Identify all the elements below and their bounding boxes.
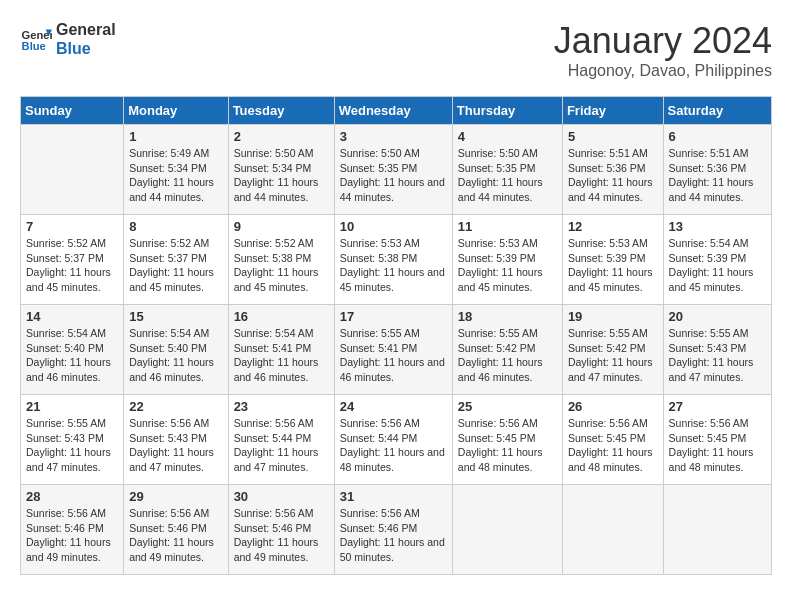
day-info: Sunrise: 5:56 AMSunset: 5:46 PMDaylight:… bbox=[129, 506, 222, 565]
calendar-cell: 14Sunrise: 5:54 AMSunset: 5:40 PMDayligh… bbox=[21, 305, 124, 395]
calendar-week-row: 14Sunrise: 5:54 AMSunset: 5:40 PMDayligh… bbox=[21, 305, 772, 395]
calendar-cell: 21Sunrise: 5:55 AMSunset: 5:43 PMDayligh… bbox=[21, 395, 124, 485]
day-number: 29 bbox=[129, 489, 222, 504]
day-number: 1 bbox=[129, 129, 222, 144]
day-number: 3 bbox=[340, 129, 447, 144]
day-number: 31 bbox=[340, 489, 447, 504]
day-info: Sunrise: 5:52 AMSunset: 5:38 PMDaylight:… bbox=[234, 236, 329, 295]
calendar-cell: 2Sunrise: 5:50 AMSunset: 5:34 PMDaylight… bbox=[228, 125, 334, 215]
day-number: 10 bbox=[340, 219, 447, 234]
weekday-header: Tuesday bbox=[228, 97, 334, 125]
weekday-header: Monday bbox=[124, 97, 228, 125]
day-info: Sunrise: 5:54 AMSunset: 5:40 PMDaylight:… bbox=[26, 326, 118, 385]
page-header: General Blue General Blue January 2024 H… bbox=[20, 20, 772, 80]
calendar-cell: 6Sunrise: 5:51 AMSunset: 5:36 PMDaylight… bbox=[663, 125, 771, 215]
day-info: Sunrise: 5:53 AMSunset: 5:38 PMDaylight:… bbox=[340, 236, 447, 295]
day-number: 8 bbox=[129, 219, 222, 234]
day-info: Sunrise: 5:56 AMSunset: 5:45 PMDaylight:… bbox=[458, 416, 557, 475]
calendar-cell: 18Sunrise: 5:55 AMSunset: 5:42 PMDayligh… bbox=[452, 305, 562, 395]
calendar-table: SundayMondayTuesdayWednesdayThursdayFrid… bbox=[20, 96, 772, 575]
day-info: Sunrise: 5:56 AMSunset: 5:45 PMDaylight:… bbox=[568, 416, 658, 475]
calendar-cell: 27Sunrise: 5:56 AMSunset: 5:45 PMDayligh… bbox=[663, 395, 771, 485]
day-number: 19 bbox=[568, 309, 658, 324]
day-info: Sunrise: 5:49 AMSunset: 5:34 PMDaylight:… bbox=[129, 146, 222, 205]
weekday-header: Friday bbox=[562, 97, 663, 125]
day-info: Sunrise: 5:55 AMSunset: 5:42 PMDaylight:… bbox=[458, 326, 557, 385]
calendar-cell: 5Sunrise: 5:51 AMSunset: 5:36 PMDaylight… bbox=[562, 125, 663, 215]
day-info: Sunrise: 5:54 AMSunset: 5:40 PMDaylight:… bbox=[129, 326, 222, 385]
calendar-week-row: 7Sunrise: 5:52 AMSunset: 5:37 PMDaylight… bbox=[21, 215, 772, 305]
day-info: Sunrise: 5:55 AMSunset: 5:41 PMDaylight:… bbox=[340, 326, 447, 385]
day-number: 11 bbox=[458, 219, 557, 234]
calendar-cell: 20Sunrise: 5:55 AMSunset: 5:43 PMDayligh… bbox=[663, 305, 771, 395]
day-number: 9 bbox=[234, 219, 329, 234]
day-info: Sunrise: 5:53 AMSunset: 5:39 PMDaylight:… bbox=[568, 236, 658, 295]
calendar-cell: 7Sunrise: 5:52 AMSunset: 5:37 PMDaylight… bbox=[21, 215, 124, 305]
day-info: Sunrise: 5:54 AMSunset: 5:41 PMDaylight:… bbox=[234, 326, 329, 385]
day-number: 30 bbox=[234, 489, 329, 504]
day-number: 7 bbox=[26, 219, 118, 234]
title-section: January 2024 Hagonoy, Davao, Philippines bbox=[554, 20, 772, 80]
day-number: 4 bbox=[458, 129, 557, 144]
day-number: 16 bbox=[234, 309, 329, 324]
day-info: Sunrise: 5:56 AMSunset: 5:44 PMDaylight:… bbox=[234, 416, 329, 475]
svg-text:Blue: Blue bbox=[22, 40, 46, 52]
calendar-cell bbox=[21, 125, 124, 215]
calendar-cell: 15Sunrise: 5:54 AMSunset: 5:40 PMDayligh… bbox=[124, 305, 228, 395]
calendar-cell bbox=[452, 485, 562, 575]
day-info: Sunrise: 5:56 AMSunset: 5:43 PMDaylight:… bbox=[129, 416, 222, 475]
calendar-cell: 28Sunrise: 5:56 AMSunset: 5:46 PMDayligh… bbox=[21, 485, 124, 575]
day-info: Sunrise: 5:52 AMSunset: 5:37 PMDaylight:… bbox=[129, 236, 222, 295]
calendar-cell: 12Sunrise: 5:53 AMSunset: 5:39 PMDayligh… bbox=[562, 215, 663, 305]
logo-line2: Blue bbox=[56, 39, 116, 58]
day-number: 18 bbox=[458, 309, 557, 324]
day-number: 21 bbox=[26, 399, 118, 414]
calendar-cell: 22Sunrise: 5:56 AMSunset: 5:43 PMDayligh… bbox=[124, 395, 228, 485]
day-info: Sunrise: 5:56 AMSunset: 5:46 PMDaylight:… bbox=[340, 506, 447, 565]
day-number: 22 bbox=[129, 399, 222, 414]
day-info: Sunrise: 5:51 AMSunset: 5:36 PMDaylight:… bbox=[568, 146, 658, 205]
day-number: 6 bbox=[669, 129, 766, 144]
day-info: Sunrise: 5:53 AMSunset: 5:39 PMDaylight:… bbox=[458, 236, 557, 295]
weekday-header: Thursday bbox=[452, 97, 562, 125]
day-info: Sunrise: 5:56 AMSunset: 5:46 PMDaylight:… bbox=[234, 506, 329, 565]
calendar-cell: 30Sunrise: 5:56 AMSunset: 5:46 PMDayligh… bbox=[228, 485, 334, 575]
calendar-week-row: 1Sunrise: 5:49 AMSunset: 5:34 PMDaylight… bbox=[21, 125, 772, 215]
day-number: 14 bbox=[26, 309, 118, 324]
calendar-cell: 17Sunrise: 5:55 AMSunset: 5:41 PMDayligh… bbox=[334, 305, 452, 395]
day-info: Sunrise: 5:55 AMSunset: 5:43 PMDaylight:… bbox=[26, 416, 118, 475]
weekday-header: Wednesday bbox=[334, 97, 452, 125]
day-info: Sunrise: 5:56 AMSunset: 5:46 PMDaylight:… bbox=[26, 506, 118, 565]
location-title: Hagonoy, Davao, Philippines bbox=[554, 62, 772, 80]
calendar-cell bbox=[663, 485, 771, 575]
logo: General Blue General Blue bbox=[20, 20, 116, 58]
day-info: Sunrise: 5:55 AMSunset: 5:42 PMDaylight:… bbox=[568, 326, 658, 385]
day-number: 17 bbox=[340, 309, 447, 324]
header-row: SundayMondayTuesdayWednesdayThursdayFrid… bbox=[21, 97, 772, 125]
calendar-cell: 1Sunrise: 5:49 AMSunset: 5:34 PMDaylight… bbox=[124, 125, 228, 215]
calendar-cell bbox=[562, 485, 663, 575]
calendar-cell: 10Sunrise: 5:53 AMSunset: 5:38 PMDayligh… bbox=[334, 215, 452, 305]
day-info: Sunrise: 5:50 AMSunset: 5:34 PMDaylight:… bbox=[234, 146, 329, 205]
day-number: 5 bbox=[568, 129, 658, 144]
calendar-cell: 9Sunrise: 5:52 AMSunset: 5:38 PMDaylight… bbox=[228, 215, 334, 305]
calendar-week-row: 21Sunrise: 5:55 AMSunset: 5:43 PMDayligh… bbox=[21, 395, 772, 485]
day-number: 13 bbox=[669, 219, 766, 234]
calendar-cell: 8Sunrise: 5:52 AMSunset: 5:37 PMDaylight… bbox=[124, 215, 228, 305]
calendar-cell: 11Sunrise: 5:53 AMSunset: 5:39 PMDayligh… bbox=[452, 215, 562, 305]
calendar-cell: 3Sunrise: 5:50 AMSunset: 5:35 PMDaylight… bbox=[334, 125, 452, 215]
calendar-cell: 24Sunrise: 5:56 AMSunset: 5:44 PMDayligh… bbox=[334, 395, 452, 485]
calendar-cell: 23Sunrise: 5:56 AMSunset: 5:44 PMDayligh… bbox=[228, 395, 334, 485]
day-info: Sunrise: 5:50 AMSunset: 5:35 PMDaylight:… bbox=[340, 146, 447, 205]
logo-line1: General bbox=[56, 20, 116, 39]
day-number: 28 bbox=[26, 489, 118, 504]
day-info: Sunrise: 5:51 AMSunset: 5:36 PMDaylight:… bbox=[669, 146, 766, 205]
day-number: 24 bbox=[340, 399, 447, 414]
calendar-cell: 4Sunrise: 5:50 AMSunset: 5:35 PMDaylight… bbox=[452, 125, 562, 215]
day-number: 23 bbox=[234, 399, 329, 414]
day-info: Sunrise: 5:52 AMSunset: 5:37 PMDaylight:… bbox=[26, 236, 118, 295]
day-info: Sunrise: 5:54 AMSunset: 5:39 PMDaylight:… bbox=[669, 236, 766, 295]
day-number: 12 bbox=[568, 219, 658, 234]
month-title: January 2024 bbox=[554, 20, 772, 62]
day-number: 27 bbox=[669, 399, 766, 414]
